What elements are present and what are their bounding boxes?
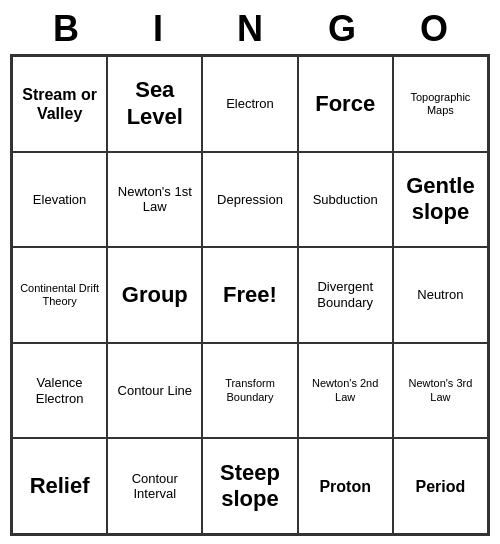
bingo-cell-15: Valence Electron	[12, 343, 107, 439]
bingo-cell-18: Newton's 2nd Law	[298, 343, 393, 439]
bingo-cell-22: Steep slope	[202, 438, 297, 534]
title-b: B	[22, 8, 110, 50]
cell-text-7: Depression	[217, 192, 283, 208]
cell-text-8: Subduction	[313, 192, 378, 208]
bingo-cell-23: Proton	[298, 438, 393, 534]
bingo-cell-11: Group	[107, 247, 202, 343]
title-n: N	[206, 8, 294, 50]
cell-text-16: Contour Line	[118, 383, 192, 399]
cell-text-12: Free!	[223, 282, 277, 308]
cell-text-10: Continental Drift Theory	[17, 282, 102, 308]
cell-text-23: Proton	[319, 477, 371, 496]
cell-text-19: Newton's 3rd Law	[398, 377, 483, 403]
bingo-cell-12: Free!	[202, 247, 297, 343]
bingo-cell-0: Stream or Valley	[12, 56, 107, 152]
cell-text-17: Transform Boundary	[207, 377, 292, 403]
cell-text-3: Force	[315, 91, 375, 117]
bingo-title: B I N G O	[10, 8, 490, 50]
bingo-cell-20: Relief	[12, 438, 107, 534]
bingo-cell-4: Topographic Maps	[393, 56, 488, 152]
bingo-cell-10: Continental Drift Theory	[12, 247, 107, 343]
bingo-cell-21: Contour Interval	[107, 438, 202, 534]
bingo-cell-5: Elevation	[12, 152, 107, 248]
bingo-cell-19: Newton's 3rd Law	[393, 343, 488, 439]
bingo-cell-7: Depression	[202, 152, 297, 248]
bingo-cell-17: Transform Boundary	[202, 343, 297, 439]
cell-text-11: Group	[122, 282, 188, 308]
bingo-cell-13: Divergent Boundary	[298, 247, 393, 343]
cell-text-0: Stream or Valley	[17, 85, 102, 123]
cell-text-1: Sea Level	[112, 77, 197, 130]
cell-text-4: Topographic Maps	[398, 91, 483, 117]
cell-text-15: Valence Electron	[17, 375, 102, 406]
cell-text-6: Newton's 1st Law	[112, 184, 197, 215]
bingo-cell-3: Force	[298, 56, 393, 152]
cell-text-21: Contour Interval	[112, 471, 197, 502]
bingo-cell-2: Electron	[202, 56, 297, 152]
bingo-cell-9: Gentle slope	[393, 152, 488, 248]
bingo-grid: Stream or ValleySea LevelElectronForceTo…	[10, 54, 490, 536]
bingo-cell-1: Sea Level	[107, 56, 202, 152]
cell-text-13: Divergent Boundary	[303, 279, 388, 310]
cell-text-2: Electron	[226, 96, 274, 112]
cell-text-22: Steep slope	[207, 460, 292, 513]
bingo-cell-8: Subduction	[298, 152, 393, 248]
title-g: G	[298, 8, 386, 50]
cell-text-14: Neutron	[417, 287, 463, 303]
cell-text-9: Gentle slope	[398, 173, 483, 226]
title-o: O	[390, 8, 478, 50]
bingo-cell-16: Contour Line	[107, 343, 202, 439]
bingo-cell-14: Neutron	[393, 247, 488, 343]
bingo-cell-24: Period	[393, 438, 488, 534]
bingo-cell-6: Newton's 1st Law	[107, 152, 202, 248]
cell-text-24: Period	[415, 477, 465, 496]
cell-text-20: Relief	[30, 473, 90, 499]
title-i: I	[114, 8, 202, 50]
cell-text-5: Elevation	[33, 192, 86, 208]
cell-text-18: Newton's 2nd Law	[303, 377, 388, 403]
